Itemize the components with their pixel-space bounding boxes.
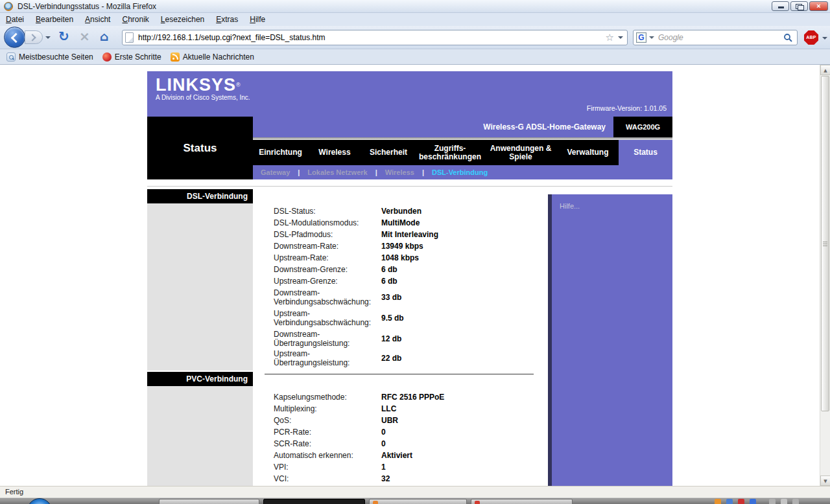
task-button-4[interactable]: [471, 499, 573, 504]
row-value: 12 db: [381, 334, 401, 343]
tray-icon[interactable]: [769, 499, 776, 504]
row-label: DSL-Pfadmodus:: [274, 230, 381, 239]
scrollbar-up-button[interactable]: ▲: [820, 65, 830, 75]
task-button-2[interactable]: [263, 499, 365, 504]
status-row: Kapselungsmethode:RFC 2516 PPPoE: [253, 391, 548, 403]
status-table: DSL-Status:VerbundenDSL-Modulationsmodus…: [253, 187, 548, 486]
navigation-toolbar: ↻ × ⌂ http://192.168.1.1/setup.cgi?next_…: [0, 26, 830, 49]
restore-button[interactable]: [790, 1, 808, 11]
row-value: Aktiviert: [381, 451, 412, 460]
linksys-logo: LINKSYS® A Division of Cisco Systems, In…: [156, 76, 250, 101]
row-label: Upstream-Grenze:: [274, 277, 381, 286]
search-bar[interactable]: G Google: [633, 30, 798, 45]
tray-icon[interactable]: [792, 499, 799, 504]
subnav-item-gateway[interactable]: Gateway: [261, 168, 290, 176]
bookmark-item-meistbesuchte-seiten[interactable]: Meistbesuchte Seiten: [4, 52, 96, 62]
minimize-button[interactable]: [772, 1, 789, 11]
status-row: Downstream-Rate:13949 kbps: [253, 240, 548, 252]
tab-verwaltung[interactable]: Verwaltung: [557, 140, 619, 165]
bookmark-item-erste-schritte[interactable]: Erste Schritte: [100, 52, 164, 62]
title-bar: DSL-Verbindungsstatus - Mozilla Firefox …: [0, 0, 830, 13]
history-dropdown-icon[interactable]: [45, 36, 51, 39]
close-button[interactable]: ×: [809, 1, 828, 11]
content-gap: [147, 179, 672, 187]
status-row: DSL-Modulationsmodus:MultiMode: [253, 217, 548, 229]
row-label: Downstream-Grenze:: [274, 265, 381, 274]
help-link[interactable]: Hilfe...: [560, 202, 580, 210]
row-value: 0: [381, 439, 386, 448]
bookmark-star-icon[interactable]: ☆: [602, 30, 618, 45]
tray-icon[interactable]: [750, 499, 756, 504]
row-value: 33 db: [381, 293, 401, 302]
url-text[interactable]: http://192.168.1.1/setup.cgi?next_file=D…: [134, 33, 602, 42]
row-label: Upstream-Übertragungsleistung:: [274, 349, 381, 367]
back-button[interactable]: [4, 27, 25, 48]
subnav-item-dsl-verbindung[interactable]: DSL-Verbindung: [432, 168, 488, 176]
row-label: Downstream- Übertragungsleistung:: [274, 330, 381, 348]
scrollbar-down-button[interactable]: ▼: [820, 475, 830, 486]
row-value: 1048 kbps: [381, 253, 419, 262]
menu-item-lesezeichen[interactable]: Lesezeichen: [155, 13, 210, 26]
help-column: Hilfe...: [548, 187, 672, 486]
menu-bar: DateiBearbeitenAnsichtChronikLesezeichen…: [0, 13, 830, 26]
status-row: QoS:UBR: [253, 415, 548, 426]
adblock-dropdown-icon[interactable]: [822, 37, 827, 40]
row-value: Verbunden: [381, 207, 421, 216]
scrollbar-thumb[interactable]: [821, 76, 829, 411]
search-icon[interactable]: [783, 33, 792, 42]
reload-button[interactable]: ↻: [58, 29, 69, 44]
tray-icon[interactable]: [738, 499, 744, 504]
menu-item-hilfe[interactable]: Hilfe: [244, 13, 271, 26]
subnav-item-lokales-netzwerk[interactable]: Lokales Netzwerk: [307, 168, 367, 176]
linksys-page: LINKSYS® A Division of Cisco Systems, In…: [147, 71, 672, 486]
row-label: SCR-Rate:: [274, 439, 381, 448]
menu-item-chronik[interactable]: Chronik: [116, 13, 154, 26]
menu-item-datei[interactable]: Datei: [0, 13, 30, 26]
forward-button[interactable]: [25, 30, 43, 44]
address-bar[interactable]: http://192.168.1.1/setup.cgi?next_file=D…: [122, 30, 628, 45]
bookmark-label: Aktuelle Nachrichten: [183, 52, 254, 62]
tab-einrichtung[interactable]: Einrichtung: [253, 140, 308, 165]
task-button-icon: [373, 501, 378, 504]
status-row: Upstream- Verbindungsabschwächung:9.5 db: [253, 308, 548, 328]
menu-item-ansicht[interactable]: Ansicht: [79, 13, 116, 26]
tray-icon[interactable]: [726, 499, 733, 504]
adblock-icon[interactable]: ABP: [804, 30, 818, 45]
page-favicon-icon: [125, 32, 134, 43]
subnav-item-wireless[interactable]: Wireless: [385, 168, 414, 176]
browser-viewport: LINKSYS® A Division of Cisco Systems, In…: [0, 65, 830, 486]
menu-item-bearbeiten[interactable]: Bearbeiten: [30, 13, 79, 26]
start-button[interactable]: [27, 498, 52, 504]
tab-sicherheit[interactable]: Sicherheit: [361, 140, 416, 165]
stop-button[interactable]: ×: [79, 29, 90, 44]
firefox-getting-started-icon: [102, 52, 112, 62]
tray-icon[interactable]: [715, 499, 721, 504]
menu-item-extras[interactable]: Extras: [210, 13, 244, 26]
tray-icon[interactable]: [781, 499, 787, 504]
status-row: Multiplexing:LLC: [253, 403, 548, 415]
row-value: UBR: [381, 416, 398, 425]
row-label: PCR-Rate:: [274, 428, 381, 437]
search-engine-dropdown-icon[interactable]: [649, 36, 654, 39]
tab-anwendungen-spiele[interactable]: Anwendungen & Spiele: [484, 140, 557, 165]
status-row: PCR-Rate:0: [253, 426, 548, 438]
firefox-icon: [4, 2, 13, 11]
tab-zugriffs-beschränkungen[interactable]: Zugriffs- beschränkungen: [416, 140, 484, 165]
home-button[interactable]: ⌂: [100, 29, 109, 43]
tab-status[interactable]: Status: [619, 140, 672, 165]
vertical-scrollbar[interactable]: ▲ ▼: [820, 65, 830, 486]
status-row: Downstream- Verbindungsabschwächung:33 d…: [253, 287, 548, 308]
bookmark-item-aktuelle-nachrichten[interactable]: Aktuelle Nachrichten: [168, 52, 257, 62]
row-value: 22 db: [381, 354, 401, 363]
bookmark-label: Erste Schritte: [115, 52, 161, 62]
search-input[interactable]: Google: [656, 33, 783, 42]
status-row: VCI:32: [253, 473, 548, 485]
tab-wireless[interactable]: Wireless: [308, 140, 361, 165]
task-button-3[interactable]: [369, 499, 467, 504]
row-label: VPI:: [274, 463, 381, 472]
address-dropdown-icon[interactable]: [618, 36, 623, 39]
task-button-1[interactable]: [159, 499, 259, 504]
search-engine-icon[interactable]: G: [636, 32, 646, 43]
scrollbar-grip-icon: [823, 244, 827, 244]
row-label: Upstream-Rate:: [274, 253, 381, 262]
